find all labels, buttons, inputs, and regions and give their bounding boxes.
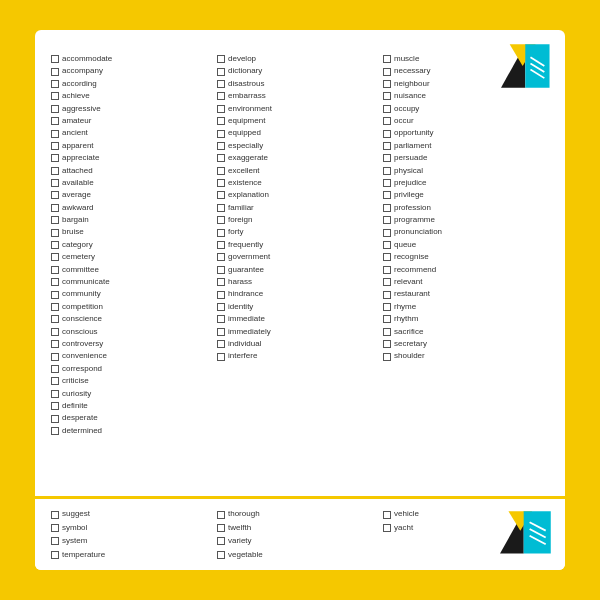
word-label: frequently [228,240,263,250]
checkbox[interactable] [51,191,59,199]
checkbox[interactable] [51,167,59,175]
checkbox[interactable] [217,68,225,76]
word-label: yacht [394,523,413,533]
checkbox[interactable] [217,105,225,113]
checkbox[interactable] [217,303,225,311]
checkbox[interactable] [217,291,225,299]
checkbox[interactable] [51,241,59,249]
word-label: foreign [228,215,252,225]
checkbox[interactable] [383,241,391,249]
checkbox[interactable] [217,241,225,249]
checkbox[interactable] [383,229,391,237]
checkbox[interactable] [51,328,59,336]
checkbox[interactable] [51,179,59,187]
checkbox[interactable] [51,303,59,311]
word-row: rhyme [383,302,549,312]
checkbox[interactable] [383,216,391,224]
checkbox[interactable] [51,315,59,323]
checkbox[interactable] [51,537,59,545]
checkbox[interactable] [383,266,391,274]
checkbox[interactable] [51,551,59,559]
checkbox[interactable] [217,179,225,187]
checkbox[interactable] [383,117,391,125]
checkbox[interactable] [383,92,391,100]
word-row: suggest [51,509,217,519]
checkbox[interactable] [51,117,59,125]
checkbox[interactable] [51,55,59,63]
checkbox[interactable] [217,191,225,199]
checkbox[interactable] [383,55,391,63]
checkbox[interactable] [51,427,59,435]
checkbox[interactable] [383,68,391,76]
checkbox[interactable] [51,154,59,162]
checkbox[interactable] [217,117,225,125]
checkbox[interactable] [51,377,59,385]
word-label: conscious [62,327,98,337]
checkbox[interactable] [51,278,59,286]
checkbox[interactable] [217,55,225,63]
checkbox[interactable] [51,266,59,274]
checkbox[interactable] [383,524,391,532]
checkbox[interactable] [217,216,225,224]
checkbox[interactable] [51,524,59,532]
checkbox[interactable] [383,167,391,175]
checkbox[interactable] [217,229,225,237]
checkbox[interactable] [383,142,391,150]
checkbox[interactable] [51,105,59,113]
checkbox[interactable] [383,130,391,138]
checkbox[interactable] [383,191,391,199]
checkbox[interactable] [51,340,59,348]
checkbox[interactable] [51,253,59,261]
checkbox[interactable] [217,353,225,361]
checkbox[interactable] [51,130,59,138]
checkbox[interactable] [217,167,225,175]
checkbox[interactable] [217,511,225,519]
checkbox[interactable] [217,551,225,559]
checkbox[interactable] [383,340,391,348]
checkbox[interactable] [51,511,59,519]
word-row: queue [383,240,549,250]
checkbox[interactable] [217,315,225,323]
checkbox[interactable] [383,179,391,187]
checkbox[interactable] [51,92,59,100]
word-row: criticise [51,376,217,386]
checkbox[interactable] [51,216,59,224]
checkbox[interactable] [51,229,59,237]
checkbox[interactable] [383,328,391,336]
checkbox[interactable] [383,80,391,88]
checkbox[interactable] [383,204,391,212]
checkbox[interactable] [51,402,59,410]
checkbox[interactable] [51,68,59,76]
checkbox[interactable] [217,92,225,100]
checkbox[interactable] [51,204,59,212]
checkbox[interactable] [383,278,391,286]
checkbox[interactable] [217,204,225,212]
checkbox[interactable] [51,365,59,373]
checkbox[interactable] [51,390,59,398]
checkbox[interactable] [383,105,391,113]
checkbox[interactable] [217,537,225,545]
checkbox[interactable] [217,154,225,162]
checkbox[interactable] [383,154,391,162]
checkbox[interactable] [217,278,225,286]
checkbox[interactable] [383,511,391,519]
checkbox[interactable] [383,291,391,299]
checkbox[interactable] [383,253,391,261]
checkbox[interactable] [217,80,225,88]
checkbox[interactable] [51,142,59,150]
checkbox[interactable] [51,353,59,361]
checkbox[interactable] [217,328,225,336]
checkbox[interactable] [51,415,59,423]
checkbox[interactable] [51,291,59,299]
checkbox[interactable] [383,303,391,311]
checkbox[interactable] [217,253,225,261]
word-row: equipment [217,116,383,126]
checkbox[interactable] [51,80,59,88]
checkbox[interactable] [217,524,225,532]
checkbox[interactable] [217,142,225,150]
checkbox[interactable] [383,315,391,323]
checkbox[interactable] [217,130,225,138]
checkbox[interactable] [217,340,225,348]
checkbox[interactable] [383,353,391,361]
checkbox[interactable] [217,266,225,274]
